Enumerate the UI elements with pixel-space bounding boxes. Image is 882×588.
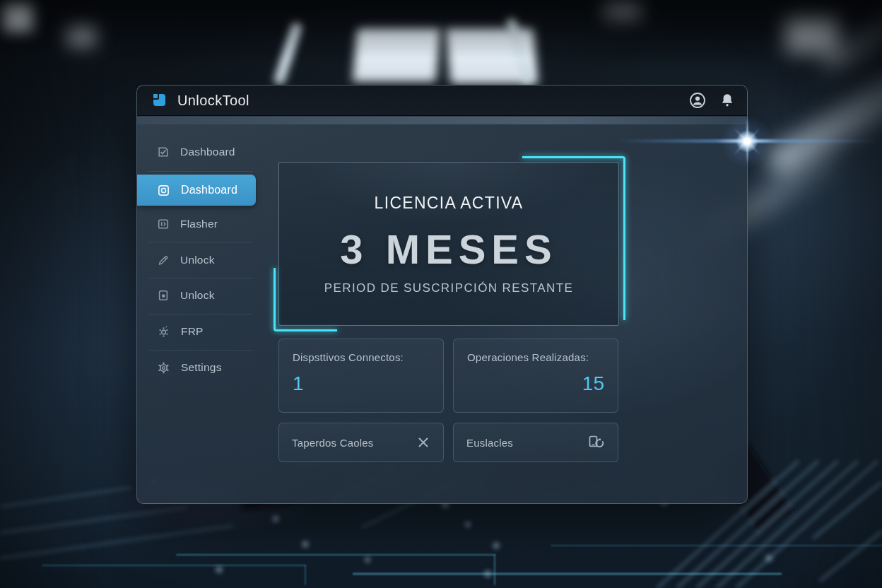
sidebar-item-unlock-2[interactable]: Unlock — [137, 281, 266, 310]
stat-label: Operaciones Realizadas: — [467, 351, 604, 363]
action-label: Taperdos Caoles — [292, 437, 374, 449]
lens-flare-core — [736, 130, 758, 153]
app-title: UnlockTool — [177, 93, 249, 109]
sidebar-divider — [148, 350, 253, 351]
stat-value: 15 — [467, 372, 604, 395]
stat-label: Dispsttivos Connectos: — [293, 351, 430, 363]
sidebar-divider — [148, 278, 253, 278]
sidebar-item-label: Unlock — [180, 254, 215, 266]
user-icon[interactable] — [689, 92, 706, 109]
titlebar: UnlockTool — [137, 86, 747, 116]
license-subtitle: PERIOD DE SUSCRIPCIÓN RESTANTE — [324, 281, 573, 295]
dotted-gear-icon — [157, 325, 170, 339]
sidebar-divider — [148, 242, 253, 242]
stat-value: 1 — [293, 372, 430, 395]
device-sync-icon — [588, 435, 605, 450]
license-duration: 3 MESES — [340, 225, 557, 273]
pencil-icon — [157, 254, 170, 266]
sidebar-divider — [148, 314, 253, 314]
stat-card-operations: Operaciones Realizadas: 15 — [453, 339, 618, 413]
sidebar-item-unlock-1[interactable]: Unlock — [137, 246, 266, 274]
app-window: UnlockTool Dashboard Dashboard — [136, 85, 748, 504]
close-icon[interactable] — [416, 435, 430, 449]
sidebar-divider — [148, 171, 253, 172]
sidebar-item-label: Dashboard — [181, 184, 237, 196]
sidebar-item-dashboard-2[interactable]: Dashboard — [137, 175, 256, 206]
bell-icon[interactable] — [719, 92, 736, 109]
sidebar-item-flasher[interactable]: Flasher — [137, 210, 266, 238]
titlebar-actions — [689, 92, 736, 109]
license-panel: LICENCIA ACTIVA 3 MESES PERIOD DE SUSCRI… — [278, 162, 619, 326]
sidebar-item-frp[interactable]: FRP — [137, 317, 266, 346]
device-square-icon — [157, 289, 170, 302]
unlocktool-logo-icon — [151, 92, 167, 109]
sidebar-item-label: Flasher — [180, 218, 218, 230]
flasher-chip-icon — [157, 218, 170, 230]
sidebar-item-settings[interactable]: Settings — [137, 353, 266, 382]
check-square-icon — [157, 146, 170, 158]
glass-sheen — [137, 117, 747, 124]
action-card-sync[interactable]: Euslacles — [453, 423, 618, 462]
sidebar-item-label: Unlock — [180, 289, 215, 302]
ceiling-light-panel — [353, 28, 441, 82]
sidebar-item-label: Settings — [181, 361, 222, 374]
sidebar-item-dashboard-1[interactable]: Dashboard — [137, 138, 266, 166]
ceiling-light-blob — [66, 25, 96, 47]
stat-card-devices: Dispsttivos Connectos: 1 — [278, 339, 444, 413]
action-card-cables[interactable]: Taperdos Caoles — [278, 423, 444, 462]
gear-icon — [157, 361, 170, 375]
sidebar-item-label: Dashboard — [180, 146, 235, 158]
action-label: Euslacles — [466, 437, 513, 449]
ceiling-light-blob — [786, 17, 838, 52]
license-status-label: LICENCIA ACTIVA — [375, 194, 524, 213]
screenshot-square-icon — [157, 184, 170, 197]
ceiling-light-blob — [604, 0, 641, 20]
ceiling-light-blob — [3, 3, 33, 31]
sidebar-item-label: FRP — [181, 325, 204, 338]
